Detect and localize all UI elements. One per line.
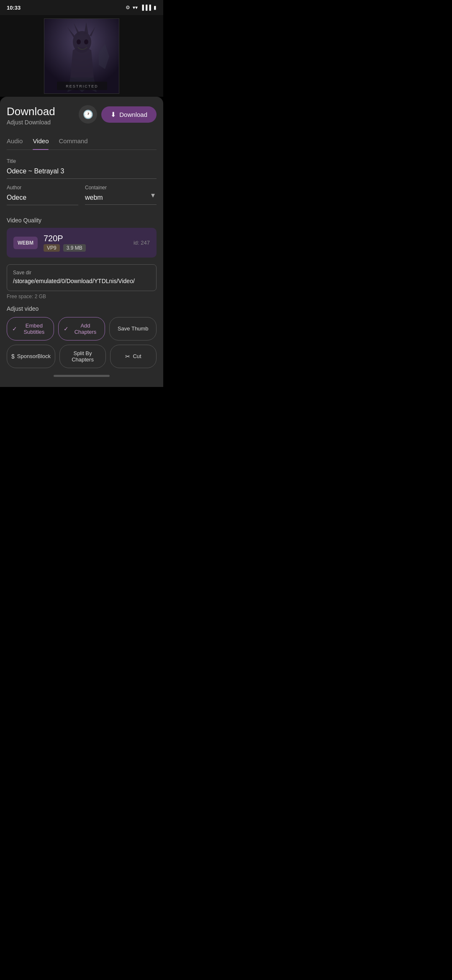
history-button[interactable]: 🕐 — [79, 105, 97, 124]
title-input[interactable] — [7, 166, 157, 179]
split-by-chapters-button[interactable]: Split By Chapters — [59, 345, 106, 368]
checkmark-icon: ✓ — [12, 325, 17, 332]
embed-subtitles-button[interactable]: ✓ Embed Subtitles — [7, 317, 54, 340]
cut-button[interactable]: ✂ Cut — [110, 345, 157, 368]
signal-icon: ▐▐▐ — [140, 5, 151, 10]
wifi-icon: ▾▾ — [133, 5, 138, 10]
author-label: Author — [7, 185, 78, 191]
sponsorblock-button[interactable]: $ SponsorBlock — [7, 345, 55, 368]
svg-point-2 — [77, 39, 81, 44]
tab-video[interactable]: Video — [33, 134, 49, 150]
save-dir-field[interactable]: Save dir /storage/emulated/0/Download/YT… — [7, 264, 157, 291]
thumbnail-figure: RESTRICTED — [44, 19, 119, 93]
author-input[interactable] — [7, 192, 78, 205]
checkmark-icon-2: ✓ — [64, 325, 69, 332]
quality-id: id: 247 — [134, 240, 150, 246]
page-title: Download — [7, 105, 79, 118]
adjust-video-label: Adjust video — [7, 305, 157, 312]
add-chapters-button[interactable]: ✓ Add Chapters — [58, 317, 105, 340]
quality-resolution: 720P — [44, 234, 128, 243]
author-field-group: Author — [7, 185, 78, 205]
dollar-icon: $ — [11, 353, 15, 360]
header-actions: 🕐 ⬇ Download — [79, 105, 157, 124]
clock-icon: 🕐 — [83, 109, 93, 119]
action-row-1: ✓ Embed Subtitles ✓ Add Chapters Save Th… — [7, 317, 157, 340]
tabs-bar: Audio Video Command — [7, 134, 157, 150]
sponsorblock-label: SponsorBlock — [17, 353, 51, 359]
video-quality-label: Video Quality — [7, 217, 157, 224]
save-thumb-button[interactable]: Save Thumb — [109, 317, 157, 340]
save-thumb-label: Save Thumb — [118, 325, 148, 332]
quality-format-badge: WEBM — [13, 237, 38, 249]
settings-icon: ⚙ — [126, 5, 130, 10]
status-icons: ⚙ ▾▾ ▐▐▐ ▮ — [126, 5, 157, 10]
embed-subtitles-label: Embed Subtitles — [20, 322, 49, 335]
tab-command[interactable]: Command — [59, 134, 87, 150]
download-icon: ⬇ — [110, 111, 116, 119]
status-time: 10:33 — [7, 5, 21, 11]
scissors-icon: ✂ — [125, 353, 130, 360]
title-label: Title — [7, 158, 157, 164]
save-dir-path: /storage/emulated/0/Download/YTDLnis/Vid… — [13, 277, 150, 286]
quality-codec: VP9 — [44, 244, 60, 252]
add-chapters-label: Add Chapters — [71, 322, 100, 335]
save-dir-label: Save dir — [13, 270, 150, 276]
container-field-group: Container webm mp4 mkv avi ▾ — [85, 185, 157, 205]
battery-icon: ▮ — [154, 5, 157, 10]
title-field-group: Title — [7, 158, 157, 179]
home-indicator — [54, 375, 110, 377]
action-row-2: $ SponsorBlock Split By Chapters ✂ Cut — [7, 345, 157, 368]
quality-size: 3.9 MB — [63, 244, 86, 252]
thumbnail-image: RESTRICTED — [44, 18, 119, 94]
download-button-label: Download — [119, 111, 147, 118]
sheet-header: Download Adjust Download 🕐 ⬇ Download — [7, 105, 157, 126]
quality-info: 720P VP9 3.9 MB — [44, 234, 128, 252]
status-bar: 10:33 ⚙ ▾▾ ▐▐▐ ▮ — [0, 0, 163, 15]
thumbnail-area: RESTRICTED — [0, 15, 163, 97]
container-select[interactable]: webm mp4 mkv avi — [85, 192, 157, 205]
svg-point-3 — [84, 39, 88, 44]
page-subtitle: Adjust Download — [7, 119, 79, 126]
author-container-row: Author Container webm mp4 mkv avi ▾ — [7, 185, 157, 211]
split-by-chapters-label: Split By Chapters — [64, 350, 101, 363]
download-button[interactable]: ⬇ Download — [101, 106, 157, 123]
header-left: Download Adjust Download — [7, 105, 79, 126]
container-label: Container — [85, 185, 157, 191]
svg-text:RESTRICTED: RESTRICTED — [66, 84, 98, 88]
quality-card[interactable]: WEBM 720P VP9 3.9 MB id: 247 — [7, 228, 157, 258]
cut-label: Cut — [133, 353, 141, 359]
quality-meta: VP9 3.9 MB — [44, 244, 128, 252]
thumbnail-svg: RESTRICTED — [44, 19, 119, 94]
free-space-text: Free space: 2 GB — [7, 294, 157, 299]
bottom-sheet: Download Adjust Download 🕐 ⬇ Download Au… — [0, 97, 163, 387]
tab-audio[interactable]: Audio — [7, 134, 23, 150]
